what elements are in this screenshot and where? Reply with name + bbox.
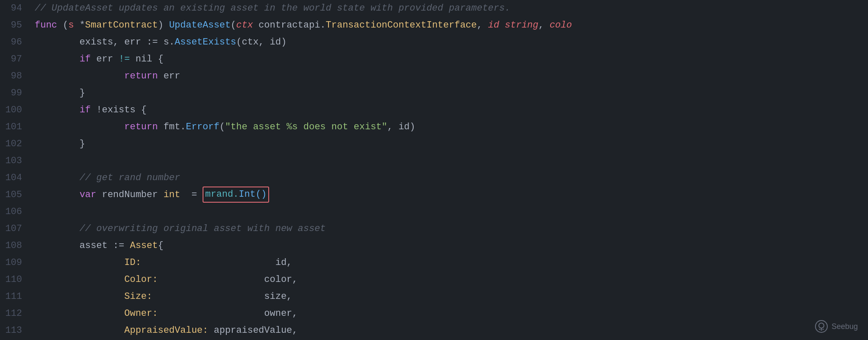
token: ctx (236, 17, 253, 34)
code-line: exists, err := s.AssetExists(ctx, id) (35, 34, 868, 51)
code-line: // UpdateAsset updates an existing asset… (35, 0, 868, 17)
line-number: 111 (4, 288, 22, 305)
line-number: 100 (4, 102, 22, 119)
code-line: return fmt.Errorf("the asset %s does not… (35, 119, 868, 136)
line-number: 98 (4, 68, 22, 85)
token: { (158, 237, 163, 254)
code-line: // get rand number (35, 170, 868, 187)
seebug-icon (815, 320, 828, 333)
token: } (35, 85, 85, 102)
token: err (158, 68, 180, 85)
code-line: func (s *SmartContract) UpdateAsset(ctx … (35, 17, 868, 34)
code-line: var rendNumber int = mrand.Int() (35, 187, 868, 203)
token: (ctx, id) (236, 34, 287, 51)
token: rendNumber (96, 187, 163, 203)
token: != (119, 51, 130, 68)
svg-line-3 (819, 329, 821, 330)
line-number: 95 (4, 17, 22, 34)
code-line: Owner: owner, (35, 305, 868, 322)
svg-line-4 (822, 329, 824, 330)
token: Owner: (35, 305, 158, 322)
token: id string (488, 17, 538, 34)
seebug-label: Seebug (832, 318, 858, 335)
code-line: ID: id, (35, 254, 868, 271)
code-content: // UpdateAsset updates an existing asset… (31, 0, 868, 340)
token: // overwriting original asset with new a… (35, 220, 326, 237)
token (35, 119, 124, 136)
token: SmartContract (85, 17, 158, 34)
token: return (124, 119, 158, 136)
code-line: } (35, 136, 868, 153)
token: AssetExists (175, 34, 236, 51)
token: contractapi. (253, 17, 326, 34)
token: size, (152, 288, 292, 305)
code-line: if !exists { (35, 102, 868, 119)
line-number: 110 (4, 271, 22, 288)
svg-point-1 (819, 323, 824, 328)
token: Size: (35, 288, 152, 305)
token: func (35, 17, 57, 34)
token: "the asset %s does not exist" (225, 119, 387, 136)
token: asset := (35, 237, 130, 254)
token: // get rand number (35, 170, 180, 187)
token: UpdateAsset (169, 17, 231, 34)
token (35, 68, 124, 85)
token: ) (158, 17, 169, 34)
line-number: 113 (4, 322, 22, 339)
line-number: 101 (4, 119, 22, 136)
line-number: 107 (4, 220, 22, 237)
token (35, 187, 80, 203)
line-number: 108 (4, 237, 22, 254)
line-number: 109 (4, 254, 22, 271)
code-line: return err (35, 68, 868, 85)
code-line: AppraisedValue: appraisedValue, (35, 322, 868, 339)
token: var (80, 187, 97, 203)
line-number: 104 (4, 170, 22, 187)
code-line: Size: size, (35, 288, 868, 305)
code-line (35, 153, 868, 170)
token: !exists { (91, 102, 147, 119)
token: Errorf (186, 119, 219, 136)
token: Asset (130, 237, 158, 254)
token: TransactionContextInterface (326, 17, 477, 34)
token: // UpdateAsset updates an existing asset… (35, 0, 510, 17)
highlighted-token: mrand.Int() (203, 187, 269, 203)
line-number: 102 (4, 136, 22, 153)
line-number: 96 (4, 34, 22, 51)
seebug-logo: Seebug (815, 318, 858, 335)
code-container: 9495969798991001011021031041051061071081… (0, 0, 868, 340)
token: = (180, 187, 203, 203)
token: * (74, 17, 85, 34)
line-number: 106 (4, 203, 22, 220)
code-line: Color: color, (35, 271, 868, 288)
token: nil { (130, 51, 163, 68)
token: int (164, 187, 181, 203)
line-number: 99 (4, 85, 22, 102)
token: colo (550, 17, 572, 34)
line-number: 103 (4, 153, 22, 170)
token: , (477, 17, 488, 34)
token: , (538, 17, 549, 34)
token: ( (220, 119, 225, 136)
token: color, (158, 271, 298, 288)
line-number: 105 (4, 187, 22, 203)
line-numbers: 9495969798991001011021031041051061071081… (0, 0, 31, 340)
token: return (124, 68, 158, 85)
token: fmt. (158, 119, 186, 136)
token: ID: (35, 254, 141, 271)
token: if (80, 51, 91, 68)
token (35, 102, 80, 119)
line-number: 94 (4, 0, 22, 17)
token: } (35, 136, 85, 153)
token: ( (57, 17, 68, 34)
token: AppraisedValue: (35, 322, 208, 339)
token: err (91, 51, 119, 68)
line-number: 112 (4, 305, 22, 322)
code-line: asset := Asset{ (35, 237, 868, 254)
token: exists, err := s. (35, 34, 175, 51)
code-line (35, 203, 868, 220)
token: Color: (35, 271, 158, 288)
token: s (68, 17, 74, 34)
token: owner, (158, 305, 298, 322)
token: appraisedValue, (208, 322, 298, 339)
